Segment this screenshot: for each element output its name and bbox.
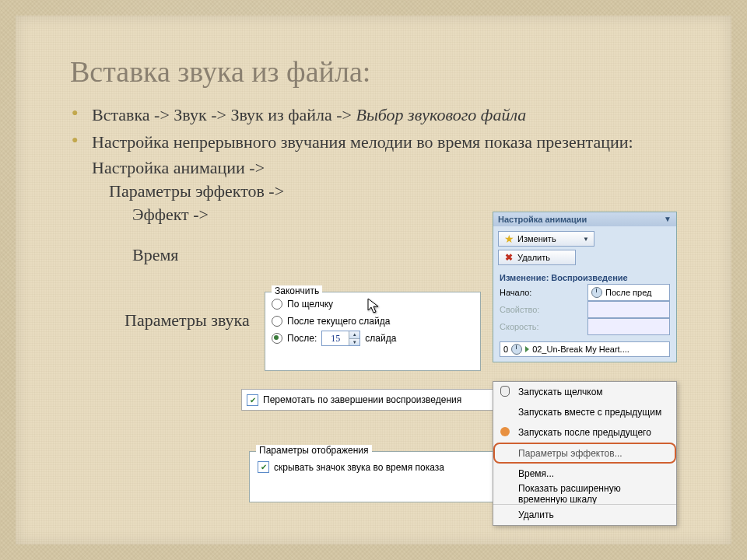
animation-pane-header[interactable]: Настройка анимации ▼	[493, 212, 676, 226]
menu-start-after-label: Запускать после предыдущего	[518, 427, 651, 438]
bullet-1-em: Выбор звукового файла	[356, 105, 527, 124]
radio-icon	[272, 316, 282, 327]
radio-on-click[interactable]: По щелчку	[272, 296, 474, 313]
bullet-2: Настройка непрерывного звучания мелодии …	[89, 131, 677, 154]
item-name: 02_Un-Break My Heart....	[532, 345, 666, 354]
radio-after-n-label-before: После:	[287, 333, 317, 344]
menu-delete-label: Удалить	[518, 509, 554, 520]
bullet-1-text: Вставка -> Звук -> Звук из файла ->	[92, 105, 356, 124]
play-icon	[525, 346, 529, 352]
change-button-label: Изменить	[517, 234, 556, 243]
slide-title: Вставка звука из файла:	[70, 54, 677, 89]
rewind-label: Перемотать по завершении воспроизведения	[263, 394, 461, 405]
radio-after-current[interactable]: После текущего слайда	[272, 313, 474, 330]
chevron-down-icon[interactable]: ▼	[664, 215, 672, 224]
property-label: Свойство:	[500, 305, 539, 314]
animation-pane: Настройка анимации ▼ ★ Изменить ▼ ✖ Удал…	[493, 212, 677, 362]
slides-spinner-input[interactable]	[322, 331, 349, 345]
section-title: Изменение: Воспроизведение	[500, 273, 670, 284]
radio-icon	[272, 299, 282, 310]
chevron-down-icon: ▼	[583, 236, 589, 243]
menu-start-with[interactable]: Запускать вместе с предыдущим	[493, 402, 676, 422]
bullet-1: Вставка -> Звук -> Звук из файла -> Выбо…	[89, 104, 677, 127]
change-button[interactable]: ★ Изменить ▼	[498, 231, 594, 247]
delete-button[interactable]: ✖ Удалить	[498, 250, 576, 265]
clock-icon	[498, 427, 512, 439]
display-options-legend: Параметры отображения	[256, 445, 372, 456]
checkbox-icon[interactable]: ✔	[247, 394, 258, 406]
menu-delete[interactable]: Удалить	[493, 504, 676, 525]
radio-after-n[interactable]: После: ▲ ▼ слайда	[272, 330, 474, 347]
spinner-down-icon[interactable]: ▼	[349, 339, 359, 346]
animation-list-item[interactable]: 0 02_Un-Break My Heart....	[500, 341, 670, 357]
menu-extended-timeline-label: Показать расширенную временную шкалу	[518, 483, 668, 505]
clock-icon	[591, 287, 602, 298]
menu-effect-params[interactable]: Параметры эффектов...	[493, 443, 676, 464]
mouse-icon	[498, 386, 512, 399]
star-icon: ★	[503, 233, 514, 244]
menu-timing[interactable]: Время...	[493, 464, 676, 484]
radio-after-current-label: После текущего слайда	[287, 316, 390, 327]
rewind-checkbox-row[interactable]: ✔ Перемотать по завершении воспроизведен…	[241, 389, 500, 411]
start-value: После пред	[605, 288, 652, 297]
slides-spinner[interactable]: ▲ ▼	[321, 331, 360, 346]
menu-start-with-label: Запускать вместе с предыдущим	[518, 407, 661, 418]
property-dropdown	[587, 301, 670, 318]
start-dropdown[interactable]: После пред	[587, 284, 670, 301]
delete-icon: ✖	[503, 252, 514, 263]
step-params: Параметры эффектов ->	[109, 181, 677, 201]
checkbox-icon[interactable]: ✔	[258, 461, 269, 473]
radio-icon	[272, 333, 282, 344]
end-options-legend: Закончить	[272, 285, 322, 296]
menu-start-click-label: Запускать щелчком	[518, 387, 603, 397]
clock-icon	[511, 344, 522, 355]
animation-pane-title: Настройка анимации	[498, 215, 587, 224]
context-menu: Запускать щелчком Запускать вместе с пре…	[493, 381, 677, 526]
spinner-up-icon[interactable]: ▲	[349, 331, 359, 339]
speed-dropdown	[587, 318, 670, 335]
menu-effect-params-label: Параметры эффектов...	[518, 448, 622, 459]
radio-on-click-label: По щелчку	[287, 299, 333, 310]
delete-button-label: Удалить	[517, 253, 550, 262]
menu-timing-label: Время...	[518, 468, 554, 479]
radio-after-n-label-after: слайда	[365, 333, 396, 344]
menu-extended-timeline[interactable]: Показать расширенную временную шкалу	[493, 484, 676, 504]
step-anim: Настройка анимации ->	[92, 158, 677, 178]
start-label: Начало:	[500, 288, 531, 297]
item-index: 0	[503, 345, 508, 354]
display-options-panel: Параметры отображения ✔ скрывать значок …	[249, 451, 507, 502]
menu-start-click[interactable]: Запускать щелчком	[493, 382, 676, 402]
menu-start-after[interactable]: Запускать после предыдущего	[493, 422, 676, 443]
main-bullet-list: Вставка -> Звук -> Звук из файла -> Выбо…	[70, 104, 677, 153]
hide-icon-label: скрывать значок звука во время показа	[274, 462, 444, 473]
end-options-panel: Закончить По щелчку После текущего слайд…	[265, 292, 481, 371]
speed-label: Скорость:	[500, 322, 539, 331]
